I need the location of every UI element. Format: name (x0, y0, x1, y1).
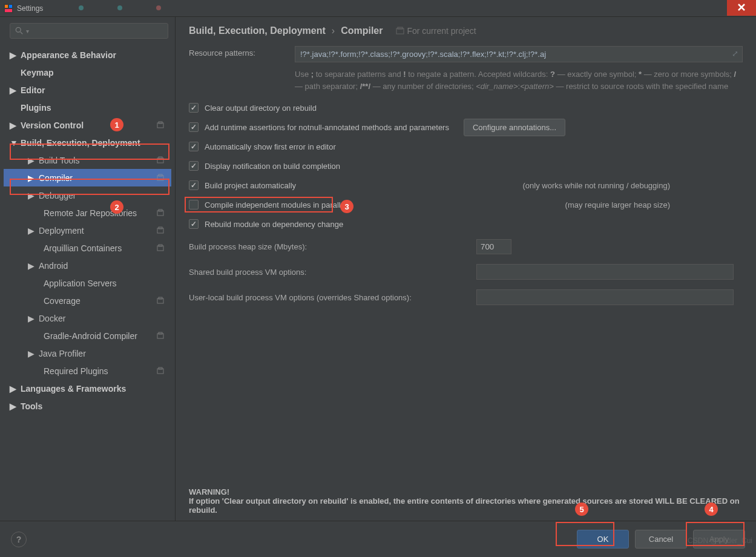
footer: ? OK Cancel Apply (0, 521, 756, 557)
resource-hint: Use ; to separate patterns and ! to nega… (295, 68, 743, 92)
sidebar-item-label: Version Control (21, 120, 84, 130)
cancel-button[interactable]: Cancel (635, 530, 687, 549)
sidebar-item-label: Build, Execution, Deployment (21, 138, 140, 148)
label-first-error: Automatically show first error in editor (205, 142, 336, 151)
sidebar-item-appearance-behavior[interactable]: ▶Appearance & Behavior (4, 46, 171, 64)
sidebar-item-label: Debugger (39, 191, 76, 200)
checkbox-notnull[interactable] (189, 122, 199, 132)
svg-rect-2 (9, 5, 12, 8)
shared-vm-input[interactable] (476, 264, 734, 280)
warning-block: WARNING! If option 'Clear output directo… (189, 475, 743, 515)
sidebar-item-label: Java Profiler (39, 349, 86, 358)
sidebar-item-version-control[interactable]: ▶Version Control (4, 116, 171, 134)
svg-rect-1 (5, 5, 8, 8)
project-scope-icon (157, 208, 164, 218)
sidebar-item-tools[interactable]: ▶Tools (4, 397, 171, 415)
breadcrumb-separator: › (332, 25, 335, 36)
label-notify: Display notification on build completion (205, 162, 340, 171)
svg-point-6 (16, 27, 21, 32)
sidebar-item-deployment[interactable]: ▶Deployment (4, 222, 171, 239)
background-tabs (79, 4, 165, 12)
sidebar-item-label: Keymap (21, 68, 53, 77)
sidebar-item-label: Tools (21, 401, 42, 411)
sidebar-item-android[interactable]: ▶Android (4, 257, 171, 274)
app-icon (4, 4, 13, 13)
sidebar-item-remote-jar-repositories[interactable]: Remote Jar Repositories (4, 204, 171, 222)
project-scope-icon (157, 120, 164, 130)
help-button[interactable]: ? (11, 532, 27, 547)
arrow-icon: ▶ (28, 226, 35, 236)
sidebar-item-coverage[interactable]: Coverage (4, 292, 171, 309)
expand-icon[interactable]: ⤢ (732, 49, 738, 58)
sidebar-item-keymap[interactable]: Keymap (4, 64, 171, 81)
arrow-icon: ▶ (28, 314, 35, 323)
sidebar-item-docker[interactable]: ▶Docker (4, 309, 171, 327)
checkbox-clear-output[interactable] (189, 103, 199, 113)
svg-rect-3 (5, 9, 12, 12)
sidebar-item-gradle-android-compiler[interactable]: Gradle-Android Compiler (4, 327, 171, 344)
sidebar-item-label: Gradle-Android Compiler (44, 331, 137, 341)
label-auto-build: Build project automatically (205, 181, 296, 190)
project-scope-icon (157, 243, 164, 253)
sidebar-item-label: Editor (21, 85, 45, 95)
project-scope-icon (157, 366, 164, 376)
arrow-icon: ▶ (10, 120, 17, 130)
titlebar: Settings (0, 0, 756, 17)
sidebar-item-label: Plugins (21, 103, 51, 113)
search-input[interactable]: ▾ (10, 23, 168, 39)
sidebar-item-compiler[interactable]: ▶Compiler (4, 169, 171, 186)
arrow-icon: ▶ (28, 156, 35, 165)
settings-tree: ▶Appearance & BehaviorKeymap▶EditorPlugi… (4, 46, 171, 415)
sidebar-item-required-plugins[interactable]: Required Plugins (4, 362, 171, 380)
label-clear-output: Clear output directory on rebuild (205, 104, 317, 113)
project-scope-icon (157, 331, 164, 341)
arrow-icon: ▶ (10, 85, 17, 95)
scope-label: For current project (396, 26, 476, 36)
project-scope-icon (157, 226, 164, 236)
content-panel: Build, Execution, Deployment › Compiler … (176, 17, 756, 521)
shared-vm-label: Shared build process VM options: (189, 268, 476, 277)
arrow-icon: ▼ (10, 138, 17, 148)
sidebar-item-label: Appearance & Behavior (21, 50, 116, 60)
project-scope-icon (157, 156, 164, 165)
checkbox-rebuild-dep[interactable] (189, 219, 199, 229)
sidebar-item-label: Build Tools (39, 156, 79, 165)
sidebar-item-label: Arquillian Containers (44, 243, 122, 253)
user-vm-input[interactable] (476, 289, 734, 305)
svg-line-7 (21, 32, 23, 35)
breadcrumb-a: Build, Execution, Deployment (189, 25, 326, 36)
sidebar-item-label: Application Servers (44, 278, 117, 288)
label-notnull: Add runtime assertions for notnull-annot… (205, 123, 449, 132)
sidebar-item-label: Android (39, 261, 68, 271)
resource-patterns-input[interactable]: !?*.java;!?*.form;!?*.class;!?*.groovy;!… (295, 46, 743, 62)
configure-annotations-button[interactable]: Configure annotations... (464, 119, 565, 136)
label-parallel: Compile independent modules in parallel (205, 200, 347, 209)
resource-patterns-label: Resource patterns: (189, 46, 295, 58)
sidebar-item-java-profiler[interactable]: ▶Java Profiler (4, 344, 171, 362)
sidebar-item-debugger[interactable]: ▶Debugger (4, 186, 171, 204)
window-title: Settings (17, 4, 43, 13)
sidebar-item-languages-frameworks[interactable]: ▶Languages & Frameworks (4, 380, 171, 397)
sidebar-item-label: Compiler (39, 173, 73, 183)
sidebar-item-application-servers[interactable]: Application Servers (4, 274, 171, 292)
ok-button[interactable]: OK (577, 530, 629, 549)
checkbox-first-error[interactable] (189, 142, 199, 151)
checkbox-auto-build[interactable] (189, 180, 199, 190)
sidebar-item-editor[interactable]: ▶Editor (4, 81, 171, 99)
project-scope-icon (157, 296, 164, 306)
sidebar-item-label: Docker (39, 314, 65, 323)
sidebar-item-label: Deployment (39, 226, 84, 236)
checkbox-notify[interactable] (189, 161, 199, 171)
close-button[interactable] (727, 0, 756, 16)
sidebar: ▾ ▶Appearance & BehaviorKeymap▶EditorPlu… (0, 17, 176, 521)
sidebar-item-build-execution-deployment[interactable]: ▼Build, Execution, Deployment (4, 134, 171, 151)
sidebar-item-build-tools[interactable]: ▶Build Tools (4, 151, 171, 169)
sidebar-item-arquillian-containers[interactable]: Arquillian Containers (4, 239, 171, 257)
arrow-icon: ▶ (28, 261, 35, 271)
sidebar-item-plugins[interactable]: Plugins (4, 99, 171, 116)
checkbox-parallel[interactable] (189, 200, 199, 209)
hint-parallel: (may require larger heap size) (565, 200, 743, 209)
user-vm-label: User-local build process VM options (ove… (189, 293, 476, 302)
dropdown-icon: ▾ (26, 28, 29, 35)
heap-input[interactable] (476, 239, 511, 254)
